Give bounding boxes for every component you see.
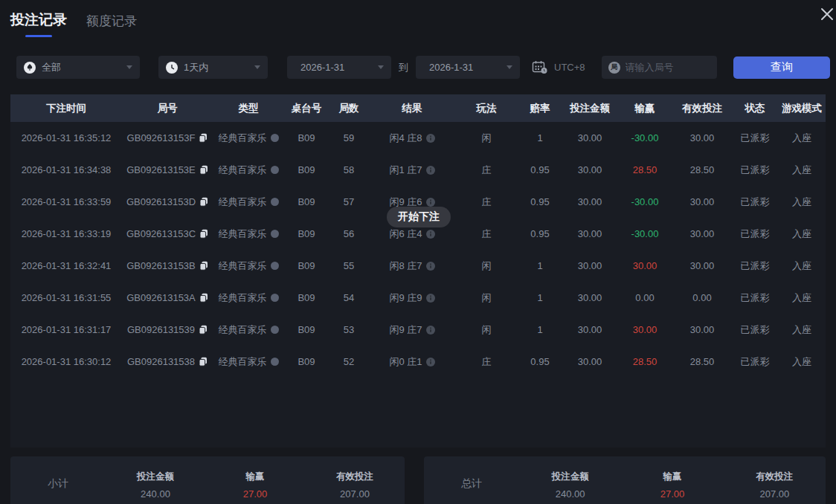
tab-bet-records[interactable]: 投注记录 <box>10 10 67 37</box>
copy-icon[interactable] <box>199 133 208 143</box>
info-icon[interactable] <box>426 166 435 175</box>
filter-bar: 全部 1天内 2026-1-31 到 2026-1-31 <box>16 56 830 79</box>
bet-time-cell: 2026-01-31 16:33:19 <box>10 228 122 239</box>
table-no-cell: B09 <box>284 260 329 271</box>
subtotal-win-loss: 输赢 27.00 <box>205 471 305 500</box>
table-row: 2026-01-31 16:31:17 GB0926131539 经典百家乐 B… <box>10 314 826 346</box>
close-icon[interactable] <box>818 5 836 23</box>
round-id: GB092613153B <box>126 260 196 271</box>
table-row: 2026-01-31 16:34:38 GB092613153E 经典百家乐 B… <box>10 154 826 186</box>
round-search-field[interactable]: 局 <box>602 56 717 79</box>
shoe-no-cell: 58 <box>329 164 369 175</box>
shoe-no-cell: 54 <box>329 292 369 303</box>
valid-bet-cell: 30.00 <box>672 260 732 271</box>
timezone-group: UTC+8 <box>532 60 585 74</box>
timezone-label: UTC+8 <box>554 62 585 73</box>
date-from-dropdown[interactable]: 2026-1-31 <box>287 56 391 79</box>
round-id-cell: GB092613153F <box>122 132 213 143</box>
query-button[interactable]: 查询 <box>733 56 830 79</box>
replay-dot-icon[interactable] <box>271 166 279 174</box>
status-cell: 已派彩 <box>732 227 778 241</box>
copy-icon[interactable] <box>199 325 208 335</box>
column-header: 输赢 <box>617 102 672 115</box>
table-body: 2026-01-31 16:35:12 GB092613153F 经典百家乐 B… <box>10 122 826 378</box>
result-cell: 闲1 庄7 <box>369 164 455 177</box>
win-loss-cell: 28.50 <box>617 356 672 367</box>
game-type: 经典百家乐 <box>219 227 267 241</box>
chevron-down-icon <box>126 65 132 69</box>
bet-time-cell: 2026-01-31 16:32:41 <box>10 260 122 271</box>
bet-amount-cell: 30.00 <box>562 292 617 303</box>
result-text: 闲8 庄7 <box>389 259 422 273</box>
game-type: 经典百家乐 <box>219 132 267 145</box>
info-icon[interactable] <box>426 198 435 207</box>
round-id-cell: GB092613153A <box>122 292 213 303</box>
info-icon[interactable] <box>426 326 435 335</box>
game-type-cell: 经典百家乐 <box>213 259 284 273</box>
replay-dot-icon[interactable] <box>271 358 279 366</box>
replay-dot-icon[interactable] <box>271 294 279 302</box>
subtotal-bet-amount: 投注金额 240.00 <box>106 471 205 500</box>
replay-dot-icon[interactable] <box>271 262 279 270</box>
result-text: 闲6 庄4 <box>389 227 422 241</box>
info-icon[interactable] <box>426 262 435 271</box>
column-header: 有效投注 <box>672 102 732 115</box>
round-id: GB0926131539 <box>127 324 195 335</box>
copy-icon[interactable] <box>199 197 208 207</box>
column-header: 下注时间 <box>10 102 122 115</box>
replay-dot-icon[interactable] <box>271 230 279 238</box>
mode-cell: 入座 <box>778 355 826 369</box>
table-row: 2026-01-31 16:32:41 GB092613153B 经典百家乐 B… <box>10 250 826 282</box>
win-loss-cell: -30.00 <box>617 228 672 239</box>
bet-time-cell: 2026-01-31 16:31:55 <box>10 292 122 303</box>
column-header: 状态 <box>732 102 778 115</box>
copy-icon[interactable] <box>199 229 208 239</box>
tab-credit-records[interactable]: 额度记录 <box>86 13 137 37</box>
replay-dot-icon[interactable] <box>271 134 279 142</box>
round-id-cell: GB092613153B <box>122 260 213 271</box>
bet-amount-cell: 30.00 <box>562 132 617 143</box>
bet-amount-cell: 30.00 <box>562 196 617 207</box>
status-cell: 已派彩 <box>732 355 778 369</box>
result-text: 闲4 庄8 <box>389 132 422 145</box>
play-cell: 闲 <box>455 291 518 305</box>
copy-icon[interactable] <box>199 293 208 303</box>
game-type-value: 全部 <box>36 61 126 74</box>
date-to-dropdown[interactable]: 2026-1-31 <box>416 56 520 79</box>
info-icon[interactable] <box>426 134 435 143</box>
chevron-down-icon <box>378 65 384 69</box>
info-icon[interactable] <box>426 358 435 366</box>
copy-icon[interactable] <box>199 261 208 271</box>
tab-label: 投注记录 <box>10 10 67 30</box>
total-valid-bet: 有效投注 207.00 <box>724 471 826 500</box>
table-no-cell: B09 <box>284 164 329 175</box>
replay-dot-icon[interactable] <box>271 198 279 206</box>
start-betting-toast: 开始下注 <box>387 207 451 227</box>
info-icon[interactable] <box>426 294 435 303</box>
mode-cell: 入座 <box>778 259 826 273</box>
valid-bet-cell: 30.00 <box>672 228 732 239</box>
table-no-cell: B09 <box>284 356 329 367</box>
round-id-cell: GB092613153E <box>122 164 213 175</box>
info-icon[interactable] <box>426 230 435 239</box>
game-type-dropdown[interactable]: 全部 <box>16 56 140 79</box>
column-header: 局号 <box>122 102 213 115</box>
table-row: 2026-01-31 16:31:55 GB092613153A 经典百家乐 B… <box>10 282 826 314</box>
round-id: GB0926131538 <box>127 356 195 367</box>
copy-icon[interactable] <box>199 357 208 366</box>
time-range-dropdown[interactable]: 1天内 <box>158 56 268 79</box>
game-type: 经典百家乐 <box>219 291 267 305</box>
table-row: 2026-01-31 16:35:12 GB092613153F 经典百家乐 B… <box>10 122 826 154</box>
valid-bet-cell: 28.50 <box>672 356 732 367</box>
odds-cell: 0.95 <box>518 356 562 367</box>
subtotal-valid-bet: 有效投注 207.00 <box>305 471 405 500</box>
copy-icon[interactable] <box>199 165 208 175</box>
replay-dot-icon[interactable] <box>271 326 279 334</box>
round-search-input[interactable] <box>626 62 710 73</box>
odds-cell: 0.95 <box>518 196 562 207</box>
odds-cell: 0.95 <box>518 228 562 239</box>
mode-cell: 入座 <box>778 227 826 241</box>
game-type: 经典百家乐 <box>219 355 267 369</box>
play-cell: 庄 <box>455 227 518 241</box>
round-id: GB092613153E <box>126 164 196 175</box>
